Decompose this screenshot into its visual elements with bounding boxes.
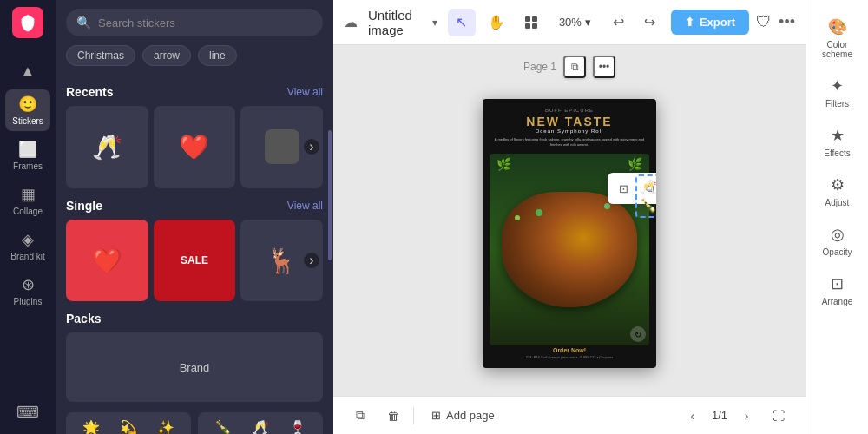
effects-icon: ★ (831, 126, 845, 145)
image-refresh-button[interactable]: ↻ (630, 326, 646, 342)
right-tool-adjust[interactable]: ⚙ Adjust (812, 168, 864, 214)
recents-title: Recents (66, 85, 113, 99)
bottom-left: ⧉ 🗑 ⊞ Add page (347, 403, 505, 429)
page-count: 1/1 (712, 409, 727, 422)
side-panel: 🔍 Christmas arrow line Recents View all … (56, 0, 333, 434)
leaf-decoration-right: 🌿 (628, 157, 642, 171)
leaf-decoration: 🌿 (496, 157, 511, 171)
sticker-single-3[interactable]: 🦌 (240, 220, 323, 302)
zoom-chevron-icon: ▾ (585, 16, 591, 29)
sticker-overlay: 🥂 🍾 (635, 174, 656, 218)
recents-grid: 🥂 ❤️ (66, 106, 323, 188)
single-view-all[interactable]: View all (287, 200, 323, 212)
doc-title[interactable]: Untitled image ▾ (368, 8, 437, 37)
svg-rect-0 (525, 16, 530, 22)
adjust-icon: ⚙ (831, 175, 845, 194)
undo-redo-group: ↩ ↪ (605, 9, 664, 36)
hand-tool-button[interactable]: ✋ (483, 9, 510, 36)
tag-line[interactable]: line (198, 45, 237, 66)
export-button[interactable]: ⬆ Export (671, 10, 749, 35)
sushi-visual (502, 192, 637, 307)
right-tool-effects[interactable]: ★ Effects (812, 119, 864, 165)
single-section-header: Single View all (66, 199, 323, 213)
sidebar-item-keyboard[interactable]: ⌨ (5, 398, 50, 427)
add-page-button[interactable]: ⊞ Add page (421, 404, 505, 427)
right-panel: 🎨 Color scheme ✦ Filters ★ Effects ⚙ Adj… (806, 0, 868, 434)
sidebar-item-plugins[interactable]: ⊛ Plugins (5, 270, 50, 312)
sticker-recent-1[interactable]: 🥂 (66, 106, 148, 188)
right-tool-opacity[interactable]: ◎ Opacity (812, 218, 864, 264)
panel-content: Recents View all 🥂 ❤️ Single View all ❤️… (56, 75, 333, 434)
svg-rect-1 (532, 16, 537, 22)
prev-page-button[interactable]: ‹ (681, 404, 705, 428)
filters-icon: ✦ (831, 76, 844, 95)
brand-section: Brand (66, 332, 323, 402)
packs-title: Packs (66, 312, 101, 326)
canvas-header: BUFF EPICURE (545, 108, 594, 113)
search-bar[interactable]: 🔍 (66, 9, 323, 36)
tag-row: Christmas arrow line (56, 45, 333, 75)
packs-section-header: Packs (66, 312, 323, 326)
right-tool-arrange[interactable]: ⊡ Arrange (812, 267, 864, 313)
brand-label: Brand (180, 361, 210, 374)
tag-christmas[interactable]: Christmas (66, 45, 135, 66)
layout-button[interactable] (517, 9, 545, 36)
single-title: Single (66, 199, 102, 213)
select-tool-button[interactable]: ↖ (448, 9, 476, 36)
sticker-single-1[interactable]: ❤️ (66, 220, 148, 302)
cloud-icon: ☁ (344, 14, 358, 30)
sticker-recent-3[interactable] (240, 106, 323, 188)
svg-rect-3 (532, 23, 537, 29)
sidebar-item-brand-kit[interactable]: ◈ Brand kit (5, 225, 50, 266)
pack-offline-marketing[interactable]: 🌟 💫 ✨ 🐰 ⭐ 🌙 Offline Marketing (66, 412, 191, 434)
canvas-area[interactable]: Page 1 ⧉ ••• BUFF EPICURE NEW TASTE Ocea… (333, 45, 806, 396)
sidebar-item-frames[interactable]: ⬜ Frames (5, 135, 50, 176)
next-page-button[interactable]: › (734, 404, 759, 428)
page-copy-button[interactable]: ⧉ (563, 56, 586, 78)
canvas-frame: BUFF EPICURE NEW TASTE Ocean Symphony Ro… (483, 99, 656, 368)
redo-button[interactable]: ↪ (636, 9, 664, 36)
search-icon: 🔍 (76, 16, 91, 30)
export-icon: ⬆ (685, 16, 694, 29)
zoom-selector[interactable]: 30% ▾ (552, 12, 598, 32)
add-page-icon: ⊞ (431, 409, 441, 422)
sidebar-item-collage[interactable]: ▦ Collage (5, 180, 50, 221)
canvas-title: NEW TASTE (526, 115, 612, 128)
canvas-description: A medley of flavors featuring fresh salm… (490, 137, 649, 148)
app-logo[interactable] (12, 7, 43, 38)
scroll-indicator (328, 130, 332, 260)
more-options-button[interactable]: ••• (779, 13, 795, 31)
right-tool-filters[interactable]: ✦ Filters (812, 69, 864, 115)
duplicate-page-button[interactable]: ⧉ (347, 403, 373, 429)
sticker-recent-2[interactable]: ❤️ (154, 106, 236, 188)
undo-button[interactable]: ↩ (605, 9, 633, 36)
toolbar-actions: ↖ ✋ 30% ▾ ↩ ↪ (448, 9, 795, 36)
title-chevron-icon: ▾ (432, 16, 437, 29)
opacity-icon: ◎ (831, 225, 845, 244)
right-tool-color-scheme[interactable]: 🎨 Color scheme (812, 10, 864, 66)
page-info: Page 1 ⧉ ••• (523, 56, 615, 78)
page-label: Page 1 (523, 61, 556, 73)
svg-rect-2 (525, 23, 530, 29)
pack-happy-new-year[interactable]: 🍾 🥂 🍷 🎊 🎉 🥳 Happy new year 🎉 (198, 412, 323, 434)
sidebar-item-stickers[interactable]: 🙂 Stickers (5, 89, 50, 131)
main-area: ☁ Untitled image ▾ ↖ ✋ 30% (333, 0, 806, 434)
sticker-selection-box[interactable]: 🥂 🍾 (635, 174, 656, 218)
bottom-bar: ⧉ 🗑 ⊞ Add page ‹ 1/1 › ⛶ (333, 396, 806, 434)
crop-button[interactable]: ⊡ (611, 176, 635, 201)
sticker-single-2[interactable]: SALE (154, 220, 236, 302)
shield-icon[interactable]: 🛡 (756, 13, 772, 31)
search-input[interactable] (98, 16, 312, 30)
recents-view-all[interactable]: View all (287, 86, 323, 98)
page-more-button[interactable]: ••• (593, 56, 615, 78)
top-bar: ☁ Untitled image ▾ ↖ ✋ 30% (333, 0, 806, 45)
canvas-contact: 234+B16 Surf Avenue pata.com • +8-999-12… (526, 355, 613, 359)
recents-section-header: Recents View all (66, 85, 323, 99)
sticker-champagne: 🥂 (640, 179, 656, 195)
pack-grid: 🌟 💫 ✨ 🐰 ⭐ 🌙 Offline Marketing 🍾 🥂 🍷 (66, 412, 323, 434)
fit-to-screen-button[interactable]: ⛶ (766, 403, 792, 429)
toolbar-collapse[interactable]: ▲ (5, 57, 50, 86)
divider (413, 407, 414, 424)
tag-arrow[interactable]: arrow (142, 45, 191, 66)
delete-page-button[interactable]: 🗑 (380, 403, 406, 429)
